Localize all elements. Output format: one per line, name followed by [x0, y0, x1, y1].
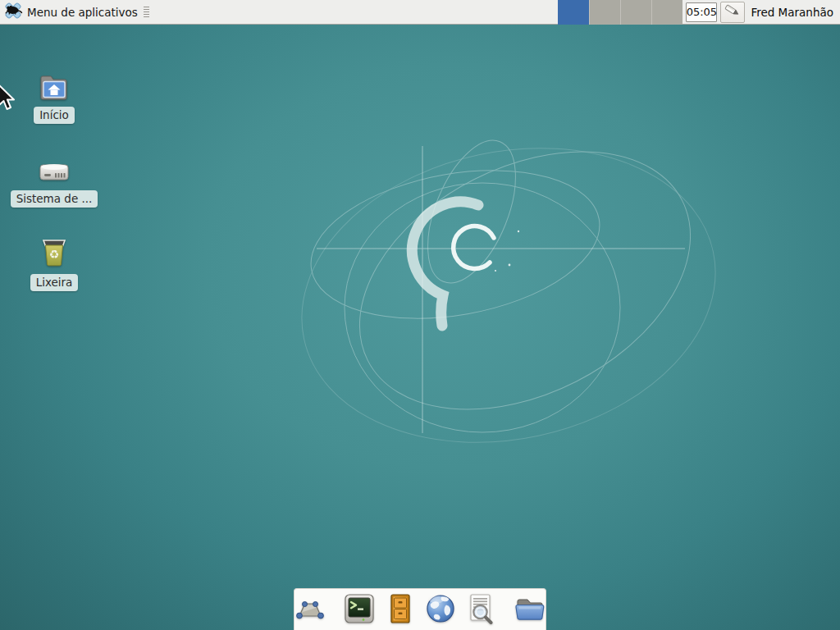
dock-item-file-manager[interactable] [512, 593, 548, 628]
dock-item-terminal[interactable] [342, 591, 377, 629]
dock-item-show-desktop[interactable] [293, 594, 327, 627]
home-folder-icon [37, 69, 71, 102]
application-finder-icon [464, 591, 497, 629]
dock-item-app-finder[interactable] [464, 591, 497, 629]
desktop[interactable]: Início [0, 25, 840, 630]
workspace-3[interactable] [620, 0, 651, 25]
username-label[interactable]: Fred Maranhão [751, 6, 833, 19]
top-panel: Menu de aplicativos 05:05 [0, 0, 840, 25]
workspace-4[interactable] [651, 0, 682, 25]
debian-swirl-wallpaper-art [0, 25, 840, 630]
workspace-2[interactable] [589, 0, 620, 25]
trash-bin-icon: ♻ [38, 236, 71, 269]
web-browser-globe-icon [424, 592, 457, 628]
dock-item-web-browser[interactable] [424, 592, 457, 628]
desktop-icon-label: Lixeira [30, 274, 79, 291]
desktop-icon-trash[interactable]: ♻ Lixeira [11, 236, 97, 291]
notes-button[interactable] [720, 2, 745, 23]
desktop-icon-label: Sistema de ... [11, 190, 98, 208]
clock[interactable]: 05:05 [686, 2, 717, 22]
applications-menu-button[interactable]: Menu de aplicativos [0, 0, 154, 24]
clock-time: 05:05 [687, 6, 717, 18]
filesystem-drive-icon [35, 153, 73, 185]
desktop-icon-label: Início [34, 107, 75, 124]
applications-menu-label: Menu de aplicativos [27, 6, 138, 19]
menu-grip-icon [144, 7, 149, 17]
workspace-switcher [558, 0, 682, 25]
file-cabinet-icon [384, 591, 417, 629]
workspace-1[interactable] [558, 0, 589, 25]
dock-item-file-cabinet[interactable] [384, 591, 417, 629]
file-manager-folder-icon [512, 593, 548, 628]
desktop-icon-home[interactable]: Início [11, 69, 97, 124]
desktop-icon-filesystem[interactable]: Sistema de ... [11, 153, 97, 208]
dock-panel [294, 588, 546, 630]
terminal-icon [342, 591, 377, 629]
xfce-mouse-logo-icon [3, 1, 23, 24]
svg-text:♻: ♻ [49, 248, 60, 261]
notes-pen-icon [724, 2, 742, 22]
show-desktop-icon [293, 594, 327, 627]
